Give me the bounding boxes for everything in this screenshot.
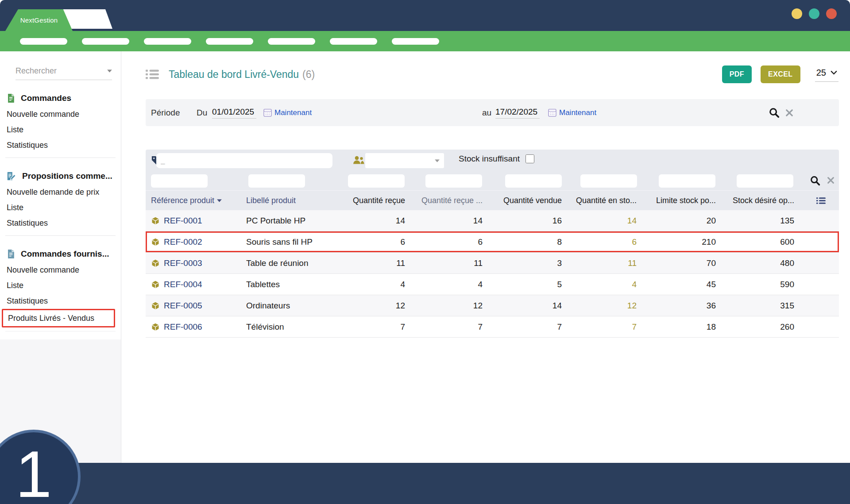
column-header-qty-stock[interactable]: Quantité en sto...	[564, 196, 638, 205]
sidebar-item-liste[interactable]: Liste	[0, 200, 121, 215]
clear-filter-icon[interactable]	[785, 99, 794, 126]
table-row[interactable]: REF-0001 PC Portable HP 14 14 16 14 20 1…	[146, 210, 839, 231]
product-reference-link[interactable]: REF-0005	[151, 301, 246, 311]
sidebar-item-nouvelle-demande-de-prix[interactable]: Nouvelle demande de prix	[0, 185, 121, 200]
pdf-export-button[interactable]: PDF	[722, 65, 752, 83]
product-reference-link[interactable]: REF-0002	[151, 237, 246, 247]
qty-stock: 4	[564, 280, 638, 289]
nav-menu-pill[interactable]	[144, 38, 191, 45]
nav-menu-pill[interactable]	[20, 38, 67, 45]
product-tag-filter-input[interactable]	[156, 153, 332, 168]
period-to-input[interactable]	[495, 107, 540, 119]
nav-menu-pill[interactable]	[330, 38, 377, 45]
product-reference-link[interactable]: REF-0004	[151, 280, 246, 289]
sidebar-search-input[interactable]	[15, 66, 97, 76]
product-reference-link[interactable]: REF-0006	[151, 322, 246, 332]
qty-stock: 14	[564, 216, 638, 226]
brand-name: NextGestion	[20, 16, 58, 24]
table-row[interactable]: REF-0003 Table de réunion 11 11 3 11 70 …	[146, 253, 839, 274]
sidebar-section-title: Commandes fournis...	[21, 249, 109, 259]
product-reference-link[interactable]: REF-0001	[151, 216, 246, 226]
column-header-reference[interactable]: Référence produit	[151, 196, 246, 205]
now-link-from[interactable]: Maintenant	[274, 108, 312, 117]
nav-menu-pill[interactable]	[206, 38, 253, 45]
package-icon	[151, 216, 160, 225]
table-row[interactable]: REF-0006 Télévision 7 7 7 7 18 260	[146, 316, 839, 338]
sort-desc-icon	[217, 199, 222, 202]
sidebar-item-nouvelle-commande[interactable]: Nouvelle commande	[0, 262, 121, 278]
package-icon	[151, 323, 160, 331]
sidebar-item-statistiques[interactable]: Statistiques	[0, 293, 121, 309]
sidebar-section-propositions[interactable]: Propositions comme...	[0, 168, 121, 185]
footer-bar	[0, 463, 850, 504]
qty-received2: 12	[407, 301, 484, 311]
main-nav-bar	[0, 31, 850, 51]
window-dot-yellow[interactable]	[792, 8, 802, 19]
brand-tab: NextGestion	[5, 9, 73, 31]
page-size-value: 25	[816, 68, 826, 78]
table-header-row: Référence produit Libellé produit Quanti…	[146, 190, 839, 210]
window-dot-red[interactable]	[826, 8, 837, 19]
excel-export-button[interactable]: EXCEL	[761, 65, 800, 83]
sidebar-search[interactable]	[15, 66, 112, 80]
sidebar-section-commandes[interactable]: Commandes	[0, 90, 121, 107]
column-header-qty-received2[interactable]: Quantité reçue ...	[407, 196, 484, 205]
stock-insufficient-label: Stock insuffisant	[459, 150, 520, 168]
table-filter-bar: Stock insuffisant	[146, 150, 839, 190]
stock-limit: 36	[638, 301, 718, 311]
filter-stock-limit-input[interactable]	[659, 174, 715, 188]
sidebar-item-liste[interactable]: Liste	[0, 122, 121, 138]
filter-qty-received2-input[interactable]	[425, 174, 482, 188]
stock-limit: 210	[638, 237, 718, 247]
sidebar-item-produits-livres-vendus[interactable]: Produits Livrés - Vendus	[2, 309, 115, 327]
sidebar-item-liste[interactable]: Liste	[0, 278, 121, 293]
now-link-to[interactable]: Maintenant	[559, 108, 596, 117]
product-reference-link[interactable]: REF-0003	[151, 258, 246, 268]
column-header-qty-sold[interactable]: Quantité vendue	[484, 196, 564, 205]
qty-stock: 11	[564, 258, 638, 268]
filter-qty-stock-input[interactable]	[580, 174, 637, 188]
sidebar-item-statistiques[interactable]: Statistiques	[0, 215, 121, 231]
filter-qty-received-input[interactable]	[348, 174, 405, 188]
column-header-qty-received[interactable]: Quantité reçue	[348, 196, 407, 205]
orders-document-icon	[7, 93, 15, 103]
calendar-icon[interactable]	[263, 99, 272, 126]
stock-limit: 20	[638, 216, 718, 226]
page-size-select[interactable]: 25	[815, 67, 838, 82]
supplier-select[interactable]	[365, 153, 444, 168]
nav-menu-pill[interactable]	[268, 38, 315, 45]
sidebar-divider	[5, 235, 116, 236]
sidebar-section-commandes-fournisseurs[interactable]: Commandes fournis...	[0, 246, 121, 262]
product-label: Ordinateurs	[246, 301, 348, 311]
table-row[interactable]: REF-0005 Ordinateurs 12 12 14 12 36 315	[146, 295, 839, 316]
result-count: (6)	[302, 69, 315, 81]
clear-filter-icon[interactable]	[827, 176, 835, 185]
sidebar-divider	[5, 158, 116, 158]
chevron-down-icon	[107, 69, 112, 73]
top-title-bar: NextGestion	[0, 0, 850, 31]
column-header-stock-limit[interactable]: Limite stock po...	[638, 196, 718, 205]
filter-qty-sold-input[interactable]	[505, 174, 562, 188]
filter-reference-input[interactable]	[151, 174, 208, 188]
nav-menu-pill[interactable]	[82, 38, 129, 45]
column-header-stock-desired[interactable]: Stock désiré op...	[718, 196, 796, 205]
qty-received: 12	[348, 301, 407, 311]
filter-libelle-input[interactable]	[248, 174, 305, 188]
qty-received2: 11	[407, 258, 484, 268]
search-icon[interactable]	[810, 175, 820, 186]
column-header-libelle[interactable]: Libellé produit	[246, 196, 348, 205]
column-options-icon[interactable]	[796, 197, 834, 204]
sidebar-item-nouvelle-commande[interactable]: Nouvelle commande	[0, 107, 121, 122]
table-row-highlighted[interactable]: REF-0002 Souris sans fil HP 6 6 8 6 210 …	[146, 231, 839, 253]
stock-insufficient-checkbox[interactable]	[525, 154, 534, 163]
table-row[interactable]: REF-0004 Tablettes 4 4 5 4 45 590	[146, 274, 839, 295]
sidebar-item-statistiques[interactable]: Statistiques	[0, 138, 121, 153]
window-dot-teal[interactable]	[809, 8, 819, 19]
filter-stock-desired-input[interactable]	[737, 174, 793, 188]
nav-menu-pill[interactable]	[392, 38, 439, 45]
period-from-input[interactable]	[212, 107, 256, 119]
proposal-edit-icon	[7, 171, 16, 181]
calendar-icon[interactable]	[548, 99, 556, 126]
search-icon[interactable]	[769, 99, 780, 126]
products-table: Stock insuffisant Référence produit Libe…	[146, 150, 839, 338]
